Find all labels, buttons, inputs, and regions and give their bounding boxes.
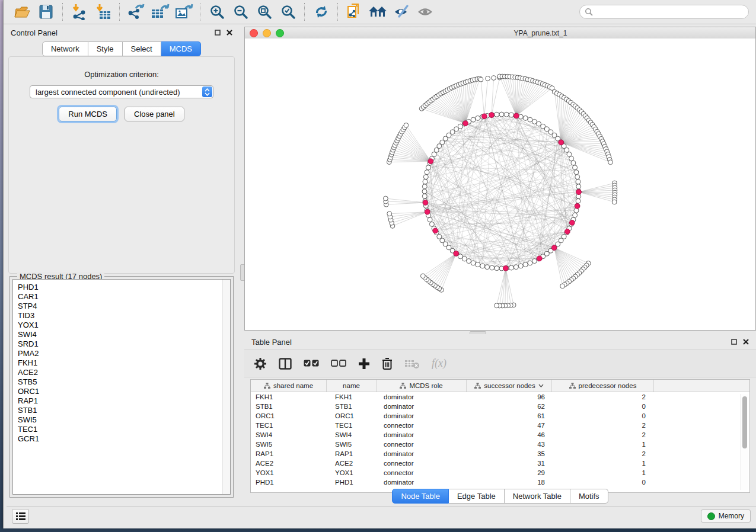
mcds-result-item[interactable]: TEC1 [18,425,230,434]
show-column-panel-icon[interactable] [279,358,292,370]
table-row[interactable]: TEC1TEC1connector472 [251,421,749,430]
tab-edge-table[interactable]: Edge Table [449,489,505,504]
close-panel-icon[interactable] [227,30,232,36]
optimization-criterion-select[interactable]: largest connected component (undirected) [30,85,213,98]
column-header-name[interactable]: name [327,380,377,392]
mcds-result-list[interactable]: PHD1CAR1STP4TID3YOX1SWI4SRD1PMA2FKH1ACE2… [12,279,231,495]
mcds-result-item[interactable]: STB1 [18,406,230,415]
mcds-result-item[interactable]: RAP1 [18,396,230,406]
tab-style[interactable]: Style [88,41,123,56]
mcds-result-item[interactable]: ORC1 [18,387,230,396]
node-table-body: FKH1FKH1dominator962STB1STB1dominator620… [251,392,749,487]
mcds-result-item[interactable]: STP4 [18,302,230,311]
mcds-result-item[interactable]: TID3 [18,311,230,321]
table-cell: connector [377,469,467,476]
network-canvas[interactable] [245,39,755,330]
mcds-result-item[interactable]: ACE2 [18,368,230,377]
mcds-result-item[interactable]: FKH1 [18,358,230,368]
export-network-button[interactable] [125,2,148,22]
memory-button[interactable]: Memory [701,509,751,523]
clone-network-button[interactable] [343,2,366,22]
table-row[interactable]: FKH1FKH1dominator962 [251,392,749,402]
table-cell: 96 [467,393,552,400]
zoom-in-button[interactable] [205,2,229,22]
table-row[interactable]: PHD1PHD1dominator180 [251,477,749,487]
table-scrollbar[interactable] [741,394,748,490]
mcds-result-item[interactable]: SRD1 [18,339,230,349]
table-row[interactable]: ORC1ORC1dominator610 [251,411,749,421]
close-window-icon[interactable] [250,29,258,37]
table-panel-title: Table Panel [251,338,292,347]
mcds-result-item[interactable]: CAR1 [18,292,230,302]
save-icon [39,5,54,19]
close-panel-button[interactable]: Close panel [125,107,184,121]
export-table-button[interactable] [148,2,172,22]
control-panel-tabs: Network Style Select MCDS [4,41,240,56]
table-row[interactable]: SWI4SWI4dominator462 [251,430,749,440]
search-input[interactable] [593,7,744,17]
tab-select[interactable]: Select [123,41,161,56]
select-all-rows-icon[interactable] [304,360,319,367]
mcds-result-item[interactable]: SWI4 [18,330,230,339]
open-session-button[interactable] [11,2,34,22]
zoom-selected-button[interactable] [276,2,300,22]
export-image-icon [174,4,193,20]
table-row[interactable]: RAP1RAP1dominator352 [251,449,749,459]
table-cell: 2 [552,422,654,429]
hide-selected-button[interactable] [390,2,414,22]
table-cell: TEC1 [327,422,377,429]
deselect-all-rows-icon[interactable] [331,360,346,367]
table-row[interactable]: SWI5SWI5connector431 [251,440,749,449]
close-table-panel-icon[interactable] [743,339,749,345]
table-row[interactable]: YOX1YOX1connector291 [251,468,749,477]
minimize-window-icon[interactable] [263,29,271,37]
function-builder-icon[interactable]: f(x) [432,357,446,370]
show-hidden-button[interactable] [414,2,438,22]
zoom-fit-button[interactable] [253,2,276,22]
table-settings-gear-icon[interactable] [254,357,267,370]
column-header-shared-name[interactable]: shared name [251,380,327,392]
table-cell: 2 [552,431,654,438]
network-frame-titlebar[interactable]: YPA_prune.txt_1 [245,27,755,39]
tab-network[interactable]: Network [42,41,88,56]
mcds-result-item[interactable]: SWI5 [18,415,230,425]
table-scrollbar-thumb[interactable] [742,396,747,448]
refresh-layout-button[interactable] [310,2,333,22]
tab-motifs[interactable]: Motifs [570,489,608,504]
mcds-list-scrollbar[interactable] [222,280,230,494]
mcds-result-item[interactable]: GCR1 [18,434,230,444]
run-mcds-button[interactable]: Run MCDS [59,107,117,121]
node-table: shared name name MCDS role successor nod… [250,379,750,493]
table-cell: connector [377,422,467,429]
delete-column-trash-icon[interactable] [382,357,393,370]
column-header-mcds-role[interactable]: MCDS role [377,380,467,392]
mcds-result-item[interactable]: STB5 [18,377,230,387]
export-image-button[interactable] [172,2,196,22]
add-column-icon[interactable] [358,358,370,370]
toolbar-search[interactable] [579,5,749,19]
zoom-out-button[interactable] [229,2,253,22]
table-row[interactable]: ACE2ACE2connector311 [251,459,749,468]
table-cell: 35 [467,450,552,457]
column-header-successor-nodes[interactable]: successor nodes [467,380,552,392]
float-panel-icon[interactable] [215,30,221,36]
mcds-result-item[interactable]: PHD1 [18,283,230,292]
first-neighbors-button[interactable] [366,2,390,22]
import-network-button[interactable] [68,2,91,22]
control-panel: Control Panel Network Style Select MCDS … [4,25,240,507]
maximize-window-icon[interactable] [276,29,284,37]
column-header-predecessor-nodes[interactable]: predecessor nodes [552,380,654,392]
save-session-button[interactable] [34,2,58,22]
task-history-button[interactable] [12,509,29,524]
float-table-panel-icon[interactable] [731,339,737,345]
tab-node-table[interactable]: Node Table [392,489,449,504]
tab-network-table[interactable]: Network Table [505,489,570,504]
tab-mcds[interactable]: MCDS [161,41,201,56]
mcds-result-item[interactable]: YOX1 [18,321,230,330]
delete-table-icon[interactable] [404,358,420,369]
table-cell: 0 [552,403,654,410]
table-row[interactable]: STB1STB1dominator620 [251,402,749,411]
mcds-result-item[interactable]: PMA2 [18,349,230,358]
table-cell: dominator [377,479,467,486]
import-table-button[interactable] [91,2,115,22]
